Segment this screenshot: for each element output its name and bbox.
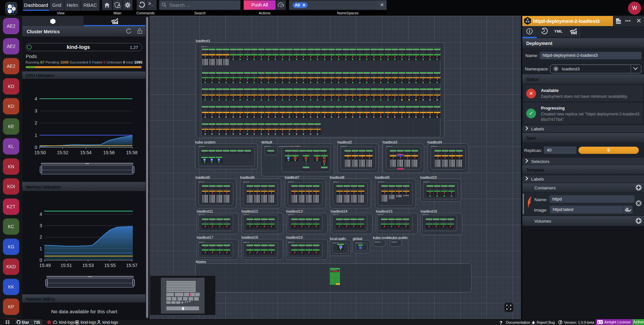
svg-text:4: 4: [39, 212, 42, 217]
svg-text:2: 2: [39, 234, 42, 240]
svg-text:0: 0: [35, 145, 37, 150]
svg-text:15:51: 15:51: [60, 263, 72, 268]
svg-text:0: 0: [39, 258, 42, 263]
svg-text:1: 1: [39, 246, 42, 251]
svg-text:15:50: 15:50: [34, 150, 46, 155]
svg-text:1: 1: [35, 133, 37, 138]
svg-text:15:58: 15:58: [126, 150, 137, 155]
svg-text:15:52: 15:52: [57, 150, 68, 155]
svg-text:2: 2: [35, 120, 37, 126]
svg-text:15:53: 15:53: [82, 263, 94, 268]
svg-text:LOG: LOG: [616, 21, 621, 23]
svg-text:15:56: 15:56: [103, 150, 115, 155]
svg-text:15:54: 15:54: [80, 150, 91, 155]
svg-text:15:57: 15:57: [126, 263, 137, 268]
svg-text:15:55: 15:55: [104, 263, 115, 268]
svg-text:4: 4: [35, 96, 37, 101]
svg-text:3: 3: [35, 108, 37, 113]
svg-text:15:49: 15:49: [39, 263, 51, 268]
svg-text:3: 3: [39, 223, 42, 228]
